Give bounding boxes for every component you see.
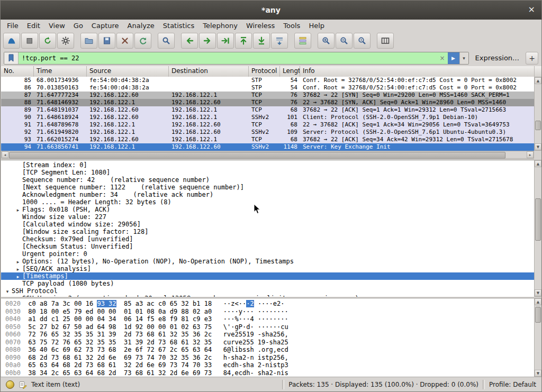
- scroll-down-arrow[interactable]: ▼: [535, 143, 541, 150]
- packet-row[interactable]: 9071.648618924192.168.122.60192.168.122.…: [1, 114, 534, 121]
- packet-row[interactable]: 9171.648789678192.168.122.1192.168.122.6…: [1, 121, 534, 129]
- open-file-button[interactable]: [80, 33, 97, 49]
- expander-closed-icon[interactable]: ▸: [14, 266, 22, 272]
- menu-telephony[interactable]: Telephony: [198, 20, 242, 32]
- packet-list-hscrollbar[interactable]: ◂ ▸: [1, 151, 534, 159]
- go-forward-button[interactable]: [199, 33, 216, 49]
- hex-row[interactable]: 00a0 65 63 64 68 2d 73 68 61 32 2d 6e 69…: [5, 361, 534, 369]
- filter-dropdown-button[interactable]: ▾: [459, 52, 468, 64]
- detail-line[interactable]: ▸[SEQ/ACK analysis]: [1, 265, 534, 272]
- expander-open-icon[interactable]: ▾: [3, 288, 12, 295]
- colorize-packets-button[interactable]: [294, 33, 311, 49]
- detail-line[interactable]: SSH Version 2 (encryption:chacha20-poly1…: [1, 295, 534, 297]
- expander-closed-icon[interactable]: ▸: [14, 206, 22, 213]
- start-capture-button[interactable]: [3, 33, 20, 49]
- expander-closed-icon[interactable]: ▸: [14, 273, 22, 280]
- menu-wireless[interactable]: Wireless: [242, 20, 279, 32]
- expander-closed-icon[interactable]: ▸: [14, 258, 22, 265]
- scroll-down-arrow[interactable]: ▼: [535, 370, 541, 377]
- filter-apply-button[interactable]: ▶: [448, 52, 459, 64]
- auto-scroll-button[interactable]: [271, 33, 288, 49]
- zoom-original-button[interactable]: [354, 33, 371, 49]
- expression-button[interactable]: Expression…: [472, 53, 523, 63]
- menu-help[interactable]: Help: [304, 20, 329, 32]
- column-header-destination[interactable]: Destination: [169, 66, 249, 77]
- hex-row[interactable]: 0060 72 76 65 32 35 35 31 39 2d 73 68 61…: [5, 331, 534, 339]
- details-scrollbar[interactable]: ▲ ▼: [534, 160, 542, 297]
- column-header-length[interactable]: Length: [280, 66, 300, 77]
- packet-row[interactable]: 9471.663856741192.168.122.1192.168.122.6…: [1, 143, 534, 151]
- menu-tools[interactable]: Tools: [279, 20, 304, 32]
- capture-options-button[interactable]: [57, 33, 74, 49]
- go-first-packet-button[interactable]: [235, 33, 252, 49]
- close-file-button[interactable]: [116, 33, 133, 49]
- menu-statistics[interactable]: Statistics: [159, 20, 198, 32]
- packet-list-scrollbar[interactable]: ▲ ▼: [534, 77, 542, 151]
- detail-line[interactable]: [Checksum Status: Unverified]: [1, 243, 534, 250]
- detail-line[interactable]: Acknowledgment number: 34 (relative ack …: [1, 191, 534, 198]
- go-to-packet-button[interactable]: [217, 33, 234, 49]
- menu-edit[interactable]: Edit: [23, 20, 44, 32]
- menu-file[interactable]: File: [3, 20, 23, 32]
- hex-row[interactable]: 0070 63 75 72 76 65 32 35 35 31 39 2d 73…: [5, 339, 534, 347]
- detail-line[interactable]: Checksum: 0x79ed [unverified]: [1, 235, 534, 243]
- detail-line[interactable]: [Calculated window size: 29056]: [1, 221, 534, 228]
- resize-columns-button[interactable]: [377, 33, 394, 49]
- detail-line[interactable]: Sequence number: 42 (relative sequence n…: [1, 176, 534, 184]
- scroll-thumb[interactable]: [9, 152, 505, 159]
- go-last-packet-button[interactable]: [253, 33, 270, 49]
- detail-line[interactable]: Window size value: 227: [1, 213, 534, 221]
- detail-line[interactable]: [TCP Segment Len: 1080]: [1, 169, 534, 176]
- detail-line[interactable]: [Window size scaling factor: 128]: [1, 228, 534, 235]
- detail-line[interactable]: ▸[Timestamps]: [1, 272, 534, 280]
- menu-go[interactable]: Go: [69, 20, 87, 32]
- hex-row[interactable]: 0050 5c 27 b2 67 50 ad 64 98 1d 92 00 00…: [5, 323, 534, 331]
- expert-info-icon[interactable]: [6, 380, 14, 389]
- packet-row[interactable]: 8568.001734936fe:54:00:d4:38:2aSTP54Conf…: [1, 77, 534, 84]
- packet-row[interactable]: 9371.662015274192.168.122.60192.168.122.…: [1, 136, 534, 143]
- reload-file-button[interactable]: [134, 33, 151, 49]
- column-header-protocol[interactable]: Protocol: [249, 66, 280, 77]
- filter-bookmark-button[interactable]: [4, 52, 19, 64]
- scroll-thumb[interactable]: [535, 121, 541, 130]
- scroll-up-arrow[interactable]: ▲: [535, 77, 541, 84]
- go-back-button[interactable]: [181, 33, 198, 49]
- hex-scrollbar[interactable]: ▲ ▼: [534, 298, 542, 377]
- packet-row[interactable]: 8771.647777234192.168.122.60192.168.122.…: [1, 92, 534, 99]
- packet-row[interactable]: 8670.013850163fe:54:00:d4:38:2aSTP54Conf…: [1, 84, 534, 92]
- scroll-thumb[interactable]: [535, 307, 541, 323]
- menu-view[interactable]: View: [44, 20, 69, 32]
- filter-clear-button[interactable]: ×: [437, 52, 448, 64]
- restart-capture-button[interactable]: [39, 33, 56, 49]
- scroll-right-arrow[interactable]: ▸: [527, 151, 534, 158]
- packet-row[interactable]: 9271.661949820192.168.122.1192.168.122.6…: [1, 129, 534, 136]
- scroll-down-arrow[interactable]: ▼: [535, 289, 541, 296]
- scroll-thumb[interactable]: [535, 198, 541, 241]
- menu-capture[interactable]: Capture: [87, 20, 123, 32]
- display-filter-input[interactable]: [19, 52, 437, 64]
- hex-row[interactable]: 00b0 38 34 2c 65 63 64 68 2d 73 68 61 32…: [5, 369, 534, 377]
- hex-row[interactable]: 0020 c0 a8 7a 3c 00 16 93 32 85 a3 ac c0…: [5, 300, 534, 308]
- detail-line[interactable]: TCP payload (1080 bytes): [1, 280, 534, 287]
- detail-line[interactable]: 1000 .... = Header Length: 32 bytes (8): [1, 198, 534, 206]
- capture-comment-icon[interactable]: [19, 380, 27, 389]
- save-file-button[interactable]: [98, 33, 115, 49]
- detail-line[interactable]: ▸Flags: 0x018 (PSH, ACK): [1, 206, 534, 213]
- profile-text[interactable]: Profile: Default: [489, 381, 536, 388]
- packet-row[interactable]: 8871.648146932192.168.122.1192.168.122.6…: [1, 99, 534, 106]
- detail-line[interactable]: [Stream index: 0]: [1, 161, 534, 169]
- close-window-button[interactable]: ×: [528, 4, 535, 15]
- detail-line[interactable]: ▾SSH Protocol: [1, 287, 534, 295]
- detail-line[interactable]: [Next sequence number: 1122 (relative se…: [1, 184, 534, 191]
- column-header-no[interactable]: No.: [1, 66, 34, 77]
- column-header-source[interactable]: Source: [87, 66, 169, 77]
- menu-analyze[interactable]: Analyze: [123, 20, 159, 32]
- detail-line[interactable]: Urgent pointer: 0: [1, 250, 534, 258]
- find-packet-button[interactable]: [158, 33, 175, 49]
- hex-row[interactable]: 0040 a1 dd c1 25 00 00 04 34 06 14 f5 e8…: [5, 315, 534, 323]
- hex-row[interactable]: 0090 68 2d 73 68 61 32 2d 6e 69 73 74 70…: [5, 354, 534, 362]
- zoom-out-button[interactable]: [336, 33, 353, 49]
- scroll-up-arrow[interactable]: ▲: [535, 298, 541, 305]
- detail-line[interactable]: ▸Options: (12 bytes), No-Operation (NOP)…: [1, 258, 534, 265]
- add-filter-button[interactable]: +: [526, 52, 538, 65]
